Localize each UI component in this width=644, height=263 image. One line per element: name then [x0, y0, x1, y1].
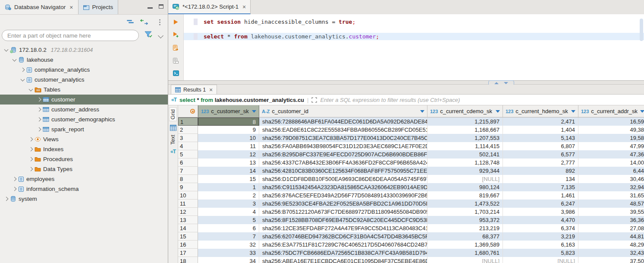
- tab-database-navigator[interactable]: Database Navigator ×: [0, 0, 79, 14]
- grid-cell[interactable]: 980,124: [427, 183, 503, 191]
- grid-cell[interactable]: 5,143: [503, 134, 578, 142]
- sort-dropdown-icon[interactable]: [496, 110, 500, 113]
- grid-cell[interactable]: 1,114,415: [427, 142, 503, 150]
- row-number[interactable]: 13: [178, 216, 198, 224]
- grid-cell[interactable]: sha256:42810C83B0360CE125634F068BAF8FF75…: [259, 167, 427, 175]
- explain-plan-icon[interactable]: [173, 57, 179, 64]
- tab-projects[interactable]: Projects: [79, 0, 119, 14]
- grid-cell[interactable]: 39,55: [578, 208, 644, 216]
- column-header-c_current_addr_sk[interactable]: 123c_current_addr_sk: [578, 105, 644, 117]
- grid-cell[interactable]: 1,680,761: [427, 249, 503, 257]
- grid-cell[interactable]: 34: [198, 257, 259, 263]
- grid-cell[interactable]: 33: [198, 249, 259, 257]
- grid-cell[interactable]: 6: [198, 224, 259, 232]
- grid-cell[interactable]: sha256:4337C7AB6432E3B06FF4A3636FD2F8CC8…: [259, 158, 427, 167]
- grid-cell[interactable]: 14: [198, 167, 259, 175]
- row-number[interactable]: 15: [178, 232, 198, 241]
- grid-cell[interactable]: 3,219: [503, 232, 578, 241]
- chevron-right-icon[interactable]: [35, 98, 43, 101]
- grid-cell[interactable]: 10: [198, 134, 259, 142]
- tab-grid-view[interactable]: Grid: [170, 108, 176, 121]
- object-filter-input[interactable]: [2, 30, 139, 41]
- grid-cell[interactable]: sha256:9E52303CE4FBA2E2F0525E8A5BFBD2C1A…: [259, 200, 427, 208]
- row-number[interactable]: 14: [178, 224, 198, 232]
- grid-cell[interactable]: 4: [198, 208, 259, 216]
- execute-statement-icon[interactable]: [173, 19, 179, 25]
- code-line[interactable]: select * from lakehouse.customer_analyti…: [184, 33, 644, 40]
- tree-item-compliance-analytics[interactable]: compliance_analytics: [0, 65, 168, 75]
- grid-cell[interactable]: 7,135: [503, 183, 578, 191]
- grid-cell[interactable]: sha256:75DC7FCB6686EDA72565C1B838CA7FC43…: [259, 249, 427, 257]
- grid-cell[interactable]: 929,344: [427, 167, 503, 175]
- row-number[interactable]: 5: [178, 150, 198, 158]
- grid-cell[interactable]: 6,247: [503, 200, 578, 208]
- sort-dropdown-icon[interactable]: [252, 110, 256, 113]
- tab-sql-script[interactable]: *<172.18.0.2> Script-1 ×: [168, 0, 251, 14]
- grid-cell[interactable]: 11: [198, 142, 259, 150]
- grid-cell[interactable]: 1: [198, 183, 259, 191]
- grid-cell[interactable]: 1,128,748: [427, 158, 503, 167]
- execute-new-tab-icon[interactable]: [173, 32, 179, 38]
- grid-cell[interactable]: 1,473,522: [427, 200, 503, 208]
- collapse-up-icon[interactable]: [494, 82, 499, 84]
- chevron-right-icon[interactable]: [27, 148, 35, 151]
- chevron-right-icon[interactable]: [27, 138, 35, 141]
- column-header-c_customer_id[interactable]: A-Zc_customer_id: [259, 105, 427, 117]
- chevron-down-icon[interactable]: [27, 89, 35, 91]
- chevron-right-icon[interactable]: [35, 128, 43, 131]
- grid-cell[interactable]: 32: [198, 241, 259, 249]
- grid-cell[interactable]: 3: [198, 200, 259, 208]
- tree-item-tables[interactable]: Tables: [0, 85, 168, 95]
- grid-cell[interactable]: 6,163: [503, 241, 578, 249]
- sort-dropdown-icon[interactable]: [571, 110, 575, 113]
- grid-cell[interactable]: 5: [198, 216, 259, 224]
- grid-cell[interactable]: 7: [198, 232, 259, 241]
- grid-cell[interactable]: sha256:EAD8E61C8C22E555834FBBA9B60556CB2…: [259, 126, 427, 134]
- grid-cell[interactable]: 502,141: [427, 150, 503, 158]
- grid-cell[interactable]: 1,207,553: [427, 134, 503, 142]
- tree-item-customer-analytics[interactable]: customer_analytics: [0, 75, 168, 85]
- tree-item-procedures[interactable]: Procedures: [0, 154, 168, 164]
- grid-cell[interactable]: sha256:B705122120A673FC7DE6889727DB11809…: [259, 208, 427, 216]
- row-number-header[interactable]: [178, 105, 198, 117]
- tree-item-data-types[interactable]: Data Types: [0, 164, 168, 174]
- grid-cell[interactable]: 32,94: [578, 183, 644, 191]
- tree-item-lakehouse[interactable]: lakehouse: [0, 55, 168, 65]
- code-line[interactable]: [184, 25, 644, 33]
- grid-cell[interactable]: 1,404: [503, 126, 578, 134]
- column-header-c_current_hdemo_sk[interactable]: 123c_current_hdemo_sk: [503, 105, 578, 117]
- grid-cell[interactable]: [NULL]: [427, 175, 503, 183]
- grid-cell[interactable]: 13: [198, 158, 259, 167]
- close-icon[interactable]: ×: [209, 87, 213, 93]
- row-number[interactable]: 6: [178, 158, 198, 167]
- grid-cell[interactable]: sha256:C9115342454A2323DA815865CAA326064…: [259, 183, 427, 191]
- tree-item-172-18-0-2[interactable]: 172.18.0.2172.18.0.2:31604: [0, 45, 168, 55]
- tree-item-information-schema[interactable]: information_schema: [0, 184, 168, 194]
- chevron-right-icon[interactable]: [11, 177, 18, 181]
- chevron-down-icon[interactable]: [19, 79, 26, 81]
- chevron-right-icon[interactable]: [35, 108, 43, 111]
- execute-script-icon[interactable]: [173, 44, 179, 51]
- close-icon[interactable]: ×: [242, 4, 246, 10]
- grid-cell[interactable]: 953,372: [427, 216, 503, 224]
- chevron-right-icon[interactable]: [27, 168, 35, 171]
- grid-cell[interactable]: sha256:876ACE5EFED349A2D56F77D5084891433…: [259, 191, 427, 200]
- grid-cell[interactable]: 6,374: [503, 224, 578, 232]
- row-number[interactable]: 8: [178, 175, 198, 183]
- column-header-c_customer_sk[interactable]: 123c_customer_sk: [198, 105, 259, 117]
- grid-cell[interactable]: sha256:12CE35EFDABF272A4A47E9FA9CC5D4113…: [259, 224, 427, 232]
- grid-view-icon[interactable]: [170, 125, 176, 131]
- grid-cell[interactable]: 31,65: [578, 191, 644, 200]
- grid-cell[interactable]: sha256:FA0ABB6943B98054FC31D12D3E3AEC689…: [259, 142, 427, 150]
- filter-funnel-icon[interactable]: [144, 31, 153, 38]
- grid-cell[interactable]: 892: [503, 167, 578, 175]
- grid-cell[interactable]: 14,00: [578, 158, 644, 167]
- grid-cell[interactable]: sha256:72888646ABF61FA044EDEC061D6DA5A09…: [259, 117, 427, 126]
- grid-cell[interactable]: 12: [198, 150, 259, 158]
- grid-cell[interactable]: 32,43: [578, 249, 644, 257]
- tree-item-customer-address[interactable]: customer_address: [0, 105, 168, 114]
- grid-cell[interactable]: 37,50: [578, 257, 644, 263]
- close-icon[interactable]: ×: [69, 4, 73, 10]
- view-menu-icon[interactable]: [159, 19, 161, 25]
- chevron-right-icon[interactable]: [3, 197, 10, 200]
